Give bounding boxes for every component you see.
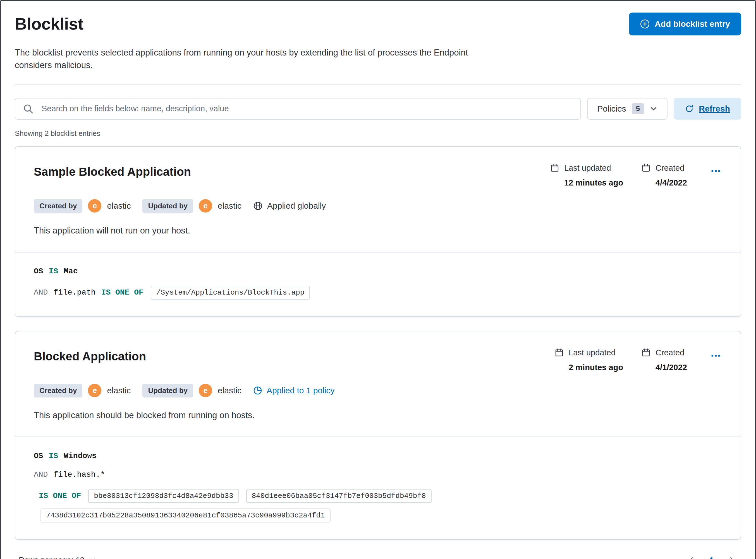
calendar-icon <box>550 163 559 172</box>
refresh-button[interactable]: Refresh <box>674 98 741 120</box>
updated-by-badge: Updated by <box>143 384 193 398</box>
condition-field: file.path <box>53 288 95 297</box>
refresh-label: Refresh <box>699 104 730 114</box>
plus-circle-icon <box>640 19 650 29</box>
avatar: e <box>88 199 101 213</box>
last-updated-value: 2 minutes ago <box>569 363 623 372</box>
condition-line: OS IS Mac <box>34 267 722 275</box>
applied-policies-link[interactable]: Applied to 1 policy <box>253 386 335 395</box>
blocklist-entry-card-2: Blocked Application Last updated 2 minut… <box>15 331 741 540</box>
last-updated-label: Last updated <box>569 348 615 357</box>
page-1-button[interactable]: 1 <box>709 556 714 559</box>
header-divider <box>15 85 741 85</box>
next-page-button[interactable] <box>726 554 737 559</box>
entry-2-description: This application should be blocked from … <box>34 410 722 420</box>
created-label: Created <box>655 163 684 173</box>
avatar: e <box>199 199 212 213</box>
search-box <box>15 98 581 120</box>
created-by-badge: Created by <box>34 384 82 398</box>
condition-value: Windows <box>64 452 96 460</box>
entry-2-actions-menu-button[interactable] <box>709 348 722 364</box>
entry-1-meta: Last updated 12 minutes ago Created 4/4/… <box>550 161 722 187</box>
entry-2-last-updated: Last updated 2 minutes ago <box>555 348 623 372</box>
refresh-icon <box>685 104 694 113</box>
chevron-right-icon <box>728 556 736 559</box>
policies-dropdown[interactable]: Policies 5 <box>587 98 668 120</box>
condition-value: Mac <box>64 267 78 275</box>
partial-policy-icon <box>253 386 262 395</box>
condition-operator: IS ONE OF <box>101 288 144 297</box>
entry-2-title: Blocked Application <box>34 350 146 363</box>
condition-value-chip: /System/Applications/BlockThis.app <box>151 286 310 299</box>
updated-by-username: elastic <box>218 201 241 210</box>
toolbar: Policies 5 Refresh <box>15 98 741 120</box>
created-by-username: elastic <box>107 386 131 395</box>
table-footer: Rows per page: 10 1 <box>15 554 741 559</box>
pagination: 1 <box>686 554 737 559</box>
policies-dropdown-label: Policies <box>597 104 626 114</box>
entry-1-summary: Sample Blocked Application Last updated … <box>15 147 741 252</box>
created-value: 4/1/2022 <box>655 363 687 372</box>
boxes-horizontal-icon <box>711 351 720 360</box>
condition-line: OS IS Windows <box>34 452 722 460</box>
policies-count-badge: 5 <box>632 103 644 114</box>
chevron-down-icon <box>650 105 657 113</box>
created-by-badge: Created by <box>34 199 82 213</box>
rows-per-page-selector[interactable]: Rows per page: 10 <box>19 556 96 559</box>
calendar-icon <box>555 348 564 357</box>
calendar-icon <box>642 348 650 357</box>
entry-2-attribution: Created by e elastic Updated by e elasti… <box>34 384 722 398</box>
condition-field: OS <box>34 267 43 275</box>
avatar: e <box>199 384 212 397</box>
condition-value-chip: 840d1eee06baa05cf3147fb7ef003b5dfdb49bf8 <box>246 489 432 503</box>
last-updated-label: Last updated <box>564 163 611 173</box>
updated-by-username: elastic <box>218 386 241 395</box>
calendar-icon <box>642 163 650 172</box>
entry-1-actions-menu-button[interactable] <box>709 163 722 179</box>
entry-1-attribution: Created by e elastic Updated by e elasti… <box>34 199 722 213</box>
created-label: Created <box>655 348 684 357</box>
entry-2-criteria: OS IS Windows AND file.hash.* IS ONE OF … <box>15 437 741 539</box>
add-blocklist-entry-button[interactable]: Add blocklist entry <box>629 13 741 36</box>
chevron-left-icon <box>688 556 695 559</box>
results-count: Showing 2 blocklist entries <box>15 129 741 138</box>
condition-field: file.hash.* <box>53 470 105 479</box>
entry-1-criteria: OS IS Mac AND file.path IS ONE OF /Syste… <box>15 252 741 316</box>
boxes-horizontal-icon <box>711 166 720 176</box>
condition-conjunction: AND <box>34 288 48 297</box>
updated-by-badge: Updated by <box>143 199 193 213</box>
page-description: The blocklist prevents selected applicat… <box>15 47 498 72</box>
entry-2-created: Created 4/1/2022 <box>642 348 687 372</box>
chevron-down-icon <box>89 557 96 559</box>
created-value: 4/4/2022 <box>655 178 687 187</box>
condition-line: IS ONE OF bbe80313cf12098d3fc4d8a42e9dbb… <box>34 489 722 522</box>
blocklist-page: Blocklist Add blocklist entry The blockl… <box>0 0 756 559</box>
condition-operator: IS <box>49 452 58 460</box>
page-header: Blocklist Add blocklist entry <box>15 13 741 36</box>
page-title: Blocklist <box>15 14 84 33</box>
search-input[interactable] <box>15 98 581 120</box>
entry-2-summary: Blocked Application Last updated 2 minut… <box>15 331 741 437</box>
created-by-username: elastic <box>107 201 131 210</box>
entry-1-description: This application will not run on your ho… <box>34 226 722 236</box>
entry-1-created: Created 4/4/2022 <box>642 163 687 187</box>
avatar: e <box>88 384 101 397</box>
globe-icon <box>253 201 263 210</box>
previous-page-button[interactable] <box>686 554 697 559</box>
entry-1-scope-label: Applied globally <box>267 201 326 210</box>
condition-field: OS <box>34 452 43 460</box>
search-icon <box>23 104 33 114</box>
condition-line: AND file.path IS ONE OF /System/Applicat… <box>34 286 722 299</box>
rows-per-page-label: Rows per page: 10 <box>19 556 84 559</box>
condition-operator: IS <box>49 267 58 275</box>
condition-value-chip: 7438d3102c317b05228a350891363340206e81cf… <box>41 509 330 522</box>
last-updated-value: 12 minutes ago <box>564 178 623 187</box>
condition-conjunction: AND <box>34 470 48 479</box>
entry-1-last-updated: Last updated 12 minutes ago <box>550 163 623 187</box>
entry-2-scope-label: Applied to 1 policy <box>266 386 335 395</box>
entry-1-scope: Applied globally <box>253 201 326 210</box>
condition-value-chip: bbe80313cf12098d3fc4d8a42e9dbb33 <box>88 489 239 503</box>
add-blocklist-entry-label: Add blocklist entry <box>655 19 730 29</box>
entry-2-meta: Last updated 2 minutes ago Created 4/1/2… <box>555 345 722 372</box>
condition-operator: IS ONE OF <box>39 492 81 500</box>
